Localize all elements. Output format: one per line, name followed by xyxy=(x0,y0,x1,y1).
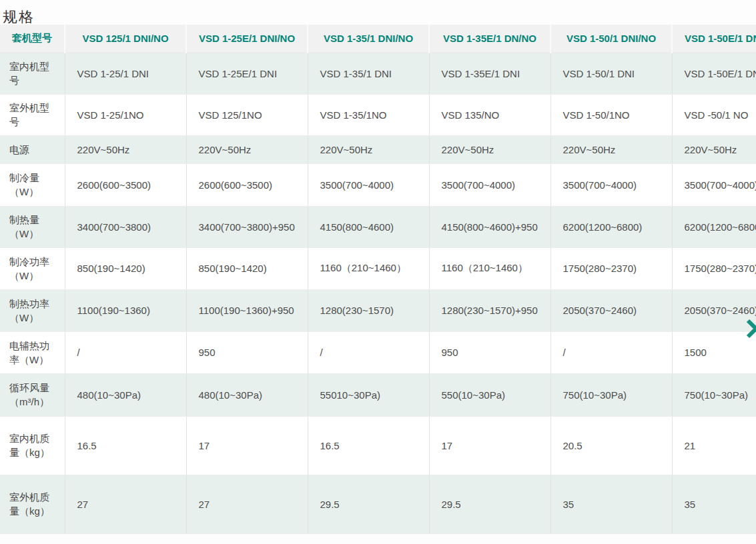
row-label: 循环风量（m³/h） xyxy=(9,381,51,409)
spec-cell: VSD 1-35E/1 DNI xyxy=(429,53,550,94)
spec-cell: 16.5 xyxy=(65,416,186,475)
row-label-cell: 室外机质量（kg） xyxy=(0,475,65,533)
spec-row-1: 室外机型号VSD 1-25/1NOVSD 125/1NOVSD 1-35/1NO… xyxy=(0,94,756,135)
spec-cell: 27 xyxy=(186,475,308,533)
spec-cell: 35 xyxy=(550,475,672,533)
spec-cell: VSD 1-50/1NO xyxy=(550,94,672,135)
spec-cell: 4150(800~4600)+950 xyxy=(429,206,550,247)
spec-cell: VSD 1-25/1 DNI xyxy=(65,53,186,94)
row-label-cell: 室外机型号 xyxy=(0,94,65,135)
spec-cell: 29.5 xyxy=(308,475,429,533)
spec-cell: 4150(800~4600) xyxy=(308,206,429,247)
spec-cell: 1280(230~1570)+950 xyxy=(429,289,550,331)
spec-table-header-row: 套机型号 VSD 125/1 DNI/NOVSD 1-25E/1 DNI/NOV… xyxy=(0,25,756,53)
spec-cell: 480(10~30Pa) xyxy=(65,373,186,416)
spec-cell: 1500 xyxy=(672,331,756,373)
spec-cell: 20.5 xyxy=(550,416,672,475)
spec-cell: VSD -50/1 NO xyxy=(672,94,756,135)
row-label-cell: 电源 xyxy=(0,135,65,163)
spec-cell: 3500(700~4000) xyxy=(550,163,672,206)
spec-cell: 2600(600~3500) xyxy=(186,163,308,206)
row-label-cell: 循环风量（m³/h） xyxy=(0,373,65,416)
row-label: 室内机型号 xyxy=(9,59,51,87)
header-cell-col-3: VSD 1-35E/1 DN/NO xyxy=(429,25,550,53)
spec-row-8: 循环风量（m³/h）480(10~30Pa)480(10~30Pa)55010~… xyxy=(0,373,756,416)
spec-cell: 17 xyxy=(186,416,308,475)
spec-table: 套机型号 VSD 125/1 DNI/NOVSD 1-25E/1 DNI/NOV… xyxy=(0,25,756,534)
page-title: 规格 xyxy=(0,0,756,25)
spec-row-5: 制冷功率（W）850(190~1420)850(190~1420)1160（21… xyxy=(0,247,756,289)
spec-cell: 220V~50Hz xyxy=(65,135,186,163)
spec-cell: 220V~50Hz xyxy=(308,135,429,163)
spec-cell: 950 xyxy=(429,331,550,373)
row-label: 室外机质量（kg） xyxy=(9,490,51,518)
spec-cell: / xyxy=(308,331,429,373)
spec-cell: 1100(190~1360) xyxy=(65,289,186,331)
row-label: 制热功率（W） xyxy=(9,297,51,325)
spec-cell: 6200(1200~6800) xyxy=(550,206,672,247)
spec-cell: VSD 1-25/1NO xyxy=(65,94,186,135)
spec-cell: 2600(600~3500) xyxy=(65,163,186,206)
spec-cell: 3500(700~4000) xyxy=(308,163,429,206)
spec-cell: VSD 1-50E/1 DNI xyxy=(672,53,756,94)
row-label-cell: 制冷功率（W） xyxy=(0,247,65,289)
spec-cell: 1750(280~2370) xyxy=(672,247,756,289)
row-label-cell: 室内机质量（kg） xyxy=(0,416,65,475)
row-label-cell: 制热量（W） xyxy=(0,206,65,247)
spec-cell: VSD 1-50/1 DNI xyxy=(550,53,672,94)
header-cell-col-0: VSD 125/1 DNI/NO xyxy=(65,25,186,53)
spec-cell: 3400(700~3800) xyxy=(65,206,186,247)
spec-table-container: 套机型号 VSD 125/1 DNI/NOVSD 1-25E/1 DNI/NOV… xyxy=(0,25,756,534)
row-label-cell: 制冷量（W） xyxy=(0,163,65,206)
spec-cell: / xyxy=(550,331,672,373)
row-label-cell: 室内机型号 xyxy=(0,53,65,94)
spec-cell: 1280(230~1570) xyxy=(308,289,429,331)
spec-cell: 1750(280~2370) xyxy=(550,247,672,289)
row-label: 室内机质量（kg） xyxy=(9,431,51,459)
spec-cell: 35 xyxy=(672,475,756,533)
spec-cell: 480(10~30Pa) xyxy=(186,373,308,416)
spec-row-10: 室外机质量（kg）272729.529.53535 xyxy=(0,475,756,533)
spec-cell: 21 xyxy=(672,416,756,475)
spec-cell: 3400(700~3800)+950 xyxy=(186,206,308,247)
row-label: 电辅热功率（W） xyxy=(9,339,51,367)
spec-cell: 850(190~1420) xyxy=(65,247,186,289)
spec-cell: / xyxy=(65,331,186,373)
spec-cell: 950 xyxy=(186,331,308,373)
spec-row-6: 制热功率（W）1100(190~1360)1100(190~1360)+9501… xyxy=(0,289,756,331)
spec-cell: VSD 125/1NO xyxy=(186,94,308,135)
spec-cell: 220V~50Hz xyxy=(550,135,672,163)
spec-cell: 750(10~30Pa) xyxy=(550,373,672,416)
spec-cell: 220V~50Hz xyxy=(429,135,550,163)
spec-row-2: 电源220V~50Hz220V~50Hz220V~50Hz220V~50Hz22… xyxy=(0,135,756,163)
header-cell-col-1: VSD 1-25E/1 DNI/NO xyxy=(186,25,308,53)
spec-cell: VSD 135/NO xyxy=(429,94,550,135)
spec-cell: 1160（210~1460） xyxy=(308,247,429,289)
row-label-cell: 制热功率（W） xyxy=(0,289,65,331)
spec-row-4: 制热量（W）3400(700~3800)3400(700~3800)+95041… xyxy=(0,206,756,247)
spec-cell: 27 xyxy=(65,475,186,533)
spec-cell: 1160（210~1460） xyxy=(429,247,550,289)
spec-cell: 6200(1200~6800)+1500 xyxy=(672,206,756,247)
spec-cell: 2050(370~2460) xyxy=(550,289,672,331)
spec-row-7: 电辅热功率（W）/950/950/1500 xyxy=(0,331,756,373)
carousel-next-icon[interactable] xyxy=(745,319,756,339)
header-cell-col-5: VSD 1-50E/1 DNI/NO xyxy=(672,25,756,53)
spec-cell: 2050(370~2460)+1500 xyxy=(672,289,756,331)
spec-cell: 850(190~1420) xyxy=(186,247,308,289)
row-label: 制热量（W） xyxy=(9,213,51,241)
row-label: 室外机型号 xyxy=(9,101,51,129)
spec-cell: 29.5 xyxy=(429,475,550,533)
row-label: 制冷功率（W） xyxy=(9,255,51,283)
row-label: 电源 xyxy=(9,143,51,157)
header-cell-model-label: 套机型号 xyxy=(0,25,65,53)
spec-cell: VSD 1-25E/1 DNI xyxy=(186,53,308,94)
spec-cell: 220V~50Hz xyxy=(186,135,308,163)
spec-row-3: 制冷量（W）2600(600~3500)2600(600~3500)3500(7… xyxy=(0,163,756,206)
spec-cell: 550(10~30Pa) xyxy=(429,373,550,416)
spec-cell: 3500(700~4000) xyxy=(672,163,756,206)
spec-cell: VSD 1-35/1 DNI xyxy=(308,53,429,94)
spec-cell: 220V~50Hz xyxy=(672,135,756,163)
spec-cell: 17 xyxy=(429,416,550,475)
spec-cell: VSD 1-35/1NO xyxy=(308,94,429,135)
